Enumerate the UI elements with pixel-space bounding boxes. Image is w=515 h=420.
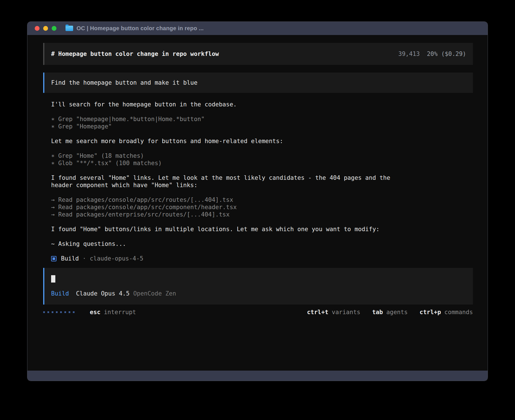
build-agent-icon — [51, 256, 56, 261]
token-count: 39,413 — [398, 51, 420, 57]
agent-name: Build — [61, 255, 79, 262]
tool-call-grep: ∗ Grep "Home" (18 matches) — [51, 152, 473, 159]
status-bar-right: ctrl+tvariants tabagents ctrl+pcommands — [307, 309, 473, 316]
hint-interrupt-label: interrupt — [104, 309, 136, 316]
status-bar: escinterrupt ctrl+tvariants tabagents ct… — [43, 309, 473, 316]
context-cost: 20% ($0.29) — [427, 51, 466, 57]
hint-agents-key: tab — [372, 309, 383, 316]
terminal-content: # Homepage button color change in repo w… — [27, 35, 488, 316]
tool-call-read: → Read packages/enterprise/src/routes/[.… — [51, 211, 473, 218]
tool-call-glob: ∗ Glob "**/*.tsx" (100 matches) — [51, 159, 473, 167]
hint-interrupt: escinterrupt — [90, 309, 136, 316]
minimize-button[interactable] — [43, 26, 48, 31]
hint-commands: ctrl+pcommands — [420, 309, 473, 316]
tool-call-grep: ∗ Grep "homepage|home.*button|Home.*butt… — [51, 115, 473, 123]
zoom-button[interactable] — [52, 26, 56, 31]
user-message: Find the homepage button and make it blu… — [43, 73, 473, 93]
agent-model: claude-opus-4-5 — [90, 255, 143, 262]
tool-call-read: → Read packages/console/app/src/routes/[… — [51, 196, 473, 204]
titlebar: OC | Homepage button color change in rep… — [27, 22, 488, 35]
user-message-text: Find the homepage button and make it blu… — [51, 79, 197, 86]
window-title: OC | Homepage button color change in rep… — [77, 25, 204, 32]
status-asking-questions: ~ Asking questions... — [51, 240, 473, 248]
traffic-lights — [35, 26, 56, 31]
prompt-input[interactable]: BuildClaude Opus 4.5OpenCode Zen — [43, 268, 473, 305]
terminal-window: OC | Homepage button color change in rep… — [27, 21, 488, 381]
hint-interrupt-key: esc — [90, 309, 101, 316]
session-header: # Homepage button color change in repo w… — [43, 43, 473, 65]
input-agent-label: Build — [51, 290, 69, 297]
folder-icon — [66, 26, 73, 31]
assistant-text: I'll search for the homepage button in t… — [51, 101, 473, 108]
status-bar-left: escinterrupt — [43, 309, 136, 316]
hint-variants-key: ctrl+t — [307, 309, 328, 316]
assistant-text: I found "Home" buttons/links in multiple… — [51, 226, 473, 233]
hint-agents-label: agents — [386, 309, 408, 316]
text-cursor — [51, 275, 55, 283]
session-title: # Homepage button color change in repo w… — [51, 50, 219, 58]
agent-status-row: Build · claude-opus-4-5 — [43, 255, 473, 262]
window-footer — [27, 371, 488, 381]
assistant-text: Let me search more broadly for buttons a… — [51, 137, 473, 145]
assistant-transcript: I'll search for the homepage button in t… — [43, 101, 473, 248]
input-provider-label: OpenCode Zen — [133, 290, 176, 297]
hint-commands-key: ctrl+p — [420, 309, 441, 316]
tool-call-read: → Read packages/console/app/src/componen… — [51, 204, 473, 211]
tool-call-grep: ∗ Grep "Homepage" — [51, 123, 473, 130]
separator-dot: · — [82, 255, 86, 262]
close-button[interactable] — [35, 26, 40, 31]
spinner-dots — [43, 311, 75, 313]
input-model-label: Claude Opus 4.5 — [76, 290, 130, 297]
hint-variants-label: variants — [332, 309, 360, 316]
input-model-line: BuildClaude Opus 4.5OpenCode Zen — [51, 290, 466, 297]
hint-variants: ctrl+tvariants — [307, 309, 360, 316]
assistant-text: I found several "Home" links. Let me loo… — [51, 174, 408, 189]
hint-agents: tabagents — [372, 309, 408, 316]
session-stats: 39,413 20% ($0.29) — [398, 50, 466, 58]
hint-commands-label: commands — [444, 309, 473, 316]
input-line[interactable] — [51, 275, 466, 283]
